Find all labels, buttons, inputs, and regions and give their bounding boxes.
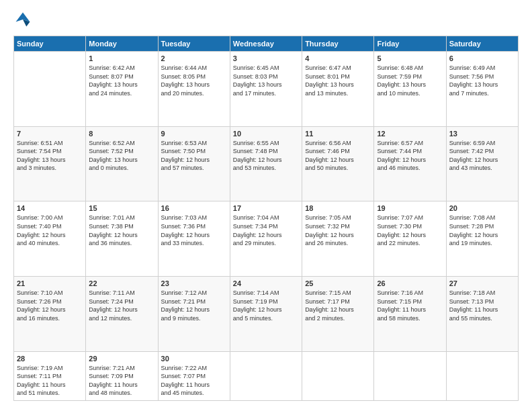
day-info: Sunrise: 7:10 AM Sunset: 7:26 PM Dayligh…	[17, 289, 83, 322]
day-number: 28	[17, 355, 83, 363]
day-info: Sunrise: 7:15 AM Sunset: 7:17 PM Dayligh…	[305, 289, 371, 322]
calendar-cell: 3Sunrise: 6:45 AM Sunset: 8:03 PM Daylig…	[230, 52, 302, 127]
day-number: 22	[89, 279, 154, 287]
calendar-week-row: 21Sunrise: 7:10 AM Sunset: 7:26 PM Dayli…	[14, 276, 519, 351]
calendar-cell: 13Sunrise: 6:59 AM Sunset: 7:42 PM Dayli…	[446, 126, 518, 201]
calendar-cell: 4Sunrise: 6:47 AM Sunset: 8:01 PM Daylig…	[302, 52, 374, 127]
day-number: 19	[377, 204, 443, 212]
calendar-cell: 15Sunrise: 7:01 AM Sunset: 7:38 PM Dayli…	[86, 201, 158, 277]
calendar-cell: 14Sunrise: 7:00 AM Sunset: 7:40 PM Dayli…	[14, 201, 86, 277]
calendar-cell: 11Sunrise: 6:56 AM Sunset: 7:46 PM Dayli…	[302, 126, 374, 201]
calendar-cell: 22Sunrise: 7:11 AM Sunset: 7:24 PM Dayli…	[86, 276, 158, 351]
day-info: Sunrise: 6:53 AM Sunset: 7:50 PM Dayligh…	[161, 139, 227, 173]
day-number: 14	[17, 204, 83, 212]
day-number: 3	[233, 54, 299, 62]
logo	[13, 10, 35, 29]
day-info: Sunrise: 7:07 AM Sunset: 7:30 PM Dayligh…	[377, 214, 443, 247]
calendar-cell: 30Sunrise: 7:22 AM Sunset: 7:07 PM Dayli…	[158, 351, 230, 400]
calendar-table: SundayMondayTuesdayWednesdayThursdayFrid…	[13, 36, 519, 401]
day-number: 27	[449, 279, 515, 287]
calendar-cell: 16Sunrise: 7:03 AM Sunset: 7:36 PM Dayli…	[158, 201, 230, 277]
day-number: 20	[449, 204, 515, 212]
day-number: 26	[377, 279, 443, 287]
day-number: 23	[161, 279, 227, 287]
day-number: 12	[377, 130, 443, 138]
logo-icon	[13, 10, 32, 29]
calendar-week-row: 28Sunrise: 7:19 AM Sunset: 7:11 PM Dayli…	[14, 351, 519, 400]
calendar-day-header: Saturday	[446, 36, 518, 52]
calendar-cell	[302, 351, 374, 400]
day-info: Sunrise: 6:47 AM Sunset: 8:01 PM Dayligh…	[305, 64, 371, 97]
day-info: Sunrise: 7:03 AM Sunset: 7:36 PM Dayligh…	[161, 214, 227, 247]
day-number: 16	[161, 204, 227, 212]
day-info: Sunrise: 6:56 AM Sunset: 7:46 PM Dayligh…	[305, 139, 371, 173]
day-info: Sunrise: 7:16 AM Sunset: 7:15 PM Dayligh…	[377, 289, 443, 322]
day-number: 9	[161, 130, 227, 138]
day-number: 29	[89, 355, 154, 363]
calendar-cell: 28Sunrise: 7:19 AM Sunset: 7:11 PM Dayli…	[14, 351, 86, 400]
day-info: Sunrise: 7:22 AM Sunset: 7:07 PM Dayligh…	[161, 364, 227, 398]
day-number: 5	[377, 54, 443, 62]
day-number: 21	[17, 279, 83, 287]
calendar-cell: 7Sunrise: 6:51 AM Sunset: 7:54 PM Daylig…	[14, 126, 86, 201]
svg-marker-0	[16, 13, 30, 22]
day-info: Sunrise: 7:11 AM Sunset: 7:24 PM Dayligh…	[89, 289, 154, 322]
day-number: 4	[305, 54, 371, 62]
day-info: Sunrise: 7:08 AM Sunset: 7:28 PM Dayligh…	[449, 214, 515, 247]
day-info: Sunrise: 7:01 AM Sunset: 7:38 PM Dayligh…	[89, 214, 154, 247]
day-number: 17	[233, 204, 299, 212]
day-info: Sunrise: 7:12 AM Sunset: 7:21 PM Dayligh…	[161, 289, 227, 322]
calendar-week-row: 1Sunrise: 6:42 AM Sunset: 8:07 PM Daylig…	[14, 52, 519, 127]
day-number: 8	[89, 130, 154, 138]
day-info: Sunrise: 6:52 AM Sunset: 7:52 PM Dayligh…	[89, 139, 154, 173]
calendar-header-row: SundayMondayTuesdayWednesdayThursdayFrid…	[14, 36, 519, 52]
day-info: Sunrise: 6:49 AM Sunset: 7:56 PM Dayligh…	[449, 64, 515, 97]
day-number: 15	[89, 204, 154, 212]
day-number: 6	[449, 54, 515, 62]
calendar-cell: 1Sunrise: 6:42 AM Sunset: 8:07 PM Daylig…	[86, 52, 158, 127]
calendar-cell: 21Sunrise: 7:10 AM Sunset: 7:26 PM Dayli…	[14, 276, 86, 351]
calendar-cell: 19Sunrise: 7:07 AM Sunset: 7:30 PM Dayli…	[374, 201, 446, 277]
page: SundayMondayTuesdayWednesdayThursdayFrid…	[0, 0, 532, 411]
day-info: Sunrise: 7:14 AM Sunset: 7:19 PM Dayligh…	[233, 289, 299, 322]
day-number: 24	[233, 279, 299, 287]
day-info: Sunrise: 6:55 AM Sunset: 7:48 PM Dayligh…	[233, 139, 299, 173]
day-number: 25	[305, 279, 371, 287]
calendar-cell: 20Sunrise: 7:08 AM Sunset: 7:28 PM Dayli…	[446, 201, 518, 277]
calendar-week-row: 7Sunrise: 6:51 AM Sunset: 7:54 PM Daylig…	[14, 126, 519, 201]
day-info: Sunrise: 7:21 AM Sunset: 7:09 PM Dayligh…	[89, 364, 154, 398]
calendar-cell: 2Sunrise: 6:44 AM Sunset: 8:05 PM Daylig…	[158, 52, 230, 127]
day-info: Sunrise: 7:19 AM Sunset: 7:11 PM Dayligh…	[17, 364, 83, 398]
day-number: 7	[17, 130, 83, 138]
calendar-cell: 26Sunrise: 7:16 AM Sunset: 7:15 PM Dayli…	[374, 276, 446, 351]
calendar-day-header: Monday	[86, 36, 158, 52]
day-number: 11	[305, 130, 371, 138]
day-info: Sunrise: 7:05 AM Sunset: 7:32 PM Dayligh…	[305, 214, 371, 247]
day-info: Sunrise: 7:18 AM Sunset: 7:13 PM Dayligh…	[449, 289, 515, 322]
calendar-day-header: Friday	[374, 36, 446, 52]
calendar-day-header: Sunday	[14, 36, 86, 52]
day-number: 1	[89, 54, 154, 62]
day-number: 30	[161, 355, 227, 363]
day-info: Sunrise: 6:59 AM Sunset: 7:42 PM Dayligh…	[449, 139, 515, 173]
day-info: Sunrise: 6:57 AM Sunset: 7:44 PM Dayligh…	[377, 139, 443, 173]
day-info: Sunrise: 6:45 AM Sunset: 8:03 PM Dayligh…	[233, 64, 299, 97]
day-number: 13	[449, 130, 515, 138]
calendar-cell: 10Sunrise: 6:55 AM Sunset: 7:48 PM Dayli…	[230, 126, 302, 201]
calendar-day-header: Thursday	[302, 36, 374, 52]
calendar-cell	[230, 351, 302, 400]
calendar-cell: 18Sunrise: 7:05 AM Sunset: 7:32 PM Dayli…	[302, 201, 374, 277]
header	[13, 10, 519, 29]
calendar-cell: 17Sunrise: 7:04 AM Sunset: 7:34 PM Dayli…	[230, 201, 302, 277]
calendar-cell: 6Sunrise: 6:49 AM Sunset: 7:56 PM Daylig…	[446, 52, 518, 127]
calendar-cell	[446, 351, 518, 400]
day-info: Sunrise: 7:00 AM Sunset: 7:40 PM Dayligh…	[17, 214, 83, 247]
calendar-cell: 12Sunrise: 6:57 AM Sunset: 7:44 PM Dayli…	[374, 126, 446, 201]
calendar-cell: 25Sunrise: 7:15 AM Sunset: 7:17 PM Dayli…	[302, 276, 374, 351]
calendar-cell: 8Sunrise: 6:52 AM Sunset: 7:52 PM Daylig…	[86, 126, 158, 201]
calendar-cell	[374, 351, 446, 400]
calendar-cell: 9Sunrise: 6:53 AM Sunset: 7:50 PM Daylig…	[158, 126, 230, 201]
calendar-day-header: Tuesday	[158, 36, 230, 52]
calendar-cell	[14, 52, 86, 127]
calendar-cell: 23Sunrise: 7:12 AM Sunset: 7:21 PM Dayli…	[158, 276, 230, 351]
